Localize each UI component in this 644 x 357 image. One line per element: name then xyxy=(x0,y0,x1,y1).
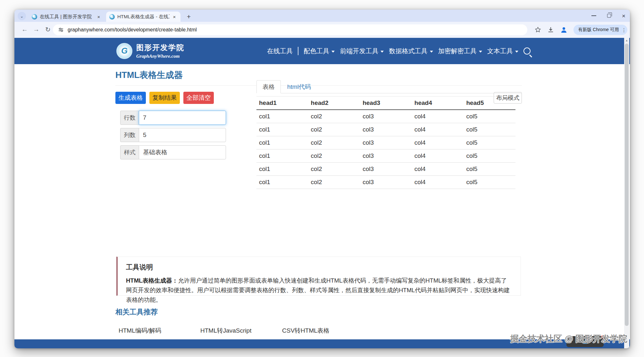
table-cell: col3 xyxy=(360,176,412,189)
table-cell: col5 xyxy=(464,163,515,176)
caret-down-icon xyxy=(331,51,335,53)
caret-down-icon xyxy=(515,51,518,53)
nav-item-color-tools[interactable]: 配色工具 xyxy=(304,47,335,55)
site-logo[interactable]: G 图形开发学院 GraphAnyWhere.com xyxy=(116,43,184,59)
table-cell: col4 xyxy=(412,123,464,136)
result-tabs: 表格 html代码 xyxy=(256,80,522,93)
cols-input[interactable] xyxy=(139,128,226,142)
nav-item-frontend-tools[interactable]: 前端开发工具 xyxy=(340,47,384,55)
related-link-html-to-js[interactable]: HTML转JavaScript xyxy=(200,327,251,335)
tab-close-icon[interactable]: × xyxy=(171,14,177,20)
clear-all-button[interactable]: 全部清空 xyxy=(183,92,214,104)
style-input[interactable] xyxy=(139,145,226,159)
table-cell: col3 xyxy=(360,163,412,176)
result-table: head1head2head3head4head5 col1col2col3co… xyxy=(256,96,515,189)
nav-item-label: 加密解密工具 xyxy=(438,47,477,55)
nav-item-text-tools[interactable]: 文本工具 xyxy=(487,47,518,55)
chrome-update-label: 有新版 Chrome 可用 xyxy=(578,27,619,33)
table-cell: col2 xyxy=(308,149,360,163)
menu-dots-icon[interactable]: ⋮ xyxy=(622,29,625,31)
chrome-update-button[interactable]: 有新版 Chrome 可用 ⋮ xyxy=(573,25,627,35)
forward-icon[interactable]: → xyxy=(33,26,39,33)
table-cell: col1 xyxy=(256,163,308,176)
table-body: col1col2col3col4col5col1col2col3col4col5… xyxy=(256,110,515,189)
close-button[interactable]: × xyxy=(622,13,625,19)
minimize-button[interactable] xyxy=(591,15,596,16)
nav-item-crypto-tools[interactable]: 加密解密工具 xyxy=(438,47,482,55)
table-cell: col5 xyxy=(464,149,515,163)
generate-table-button[interactable]: 生成表格 xyxy=(115,92,146,104)
site-info-icon[interactable] xyxy=(58,27,64,33)
logo-icon: G xyxy=(116,43,132,59)
table-cell: col1 xyxy=(256,123,308,136)
table-cell: col2 xyxy=(308,136,360,149)
table-cell: col2 xyxy=(308,163,360,176)
restore-button[interactable] xyxy=(607,14,611,18)
table-header-cell: head1 xyxy=(256,97,308,110)
back-icon[interactable]: ← xyxy=(21,26,28,33)
table-header-cell: head2 xyxy=(308,97,360,110)
rows-input-group: 行数 xyxy=(120,111,226,125)
table-cell: col4 xyxy=(412,163,464,176)
copy-result-button[interactable]: 复制结果 xyxy=(149,92,180,104)
table-cell: col5 xyxy=(464,123,515,136)
table-cell: col4 xyxy=(412,136,464,149)
tab-title: HTML表格生成器 - 在线工具 | xyxy=(117,14,170,20)
site-favicon: G xyxy=(109,14,115,20)
page-content: HTML表格生成器 生成表格 复制结果 全部清空 布局模式 行数 列数 样式 表… xyxy=(14,64,630,339)
address-bar[interactable]: graphanywhere.com/tools/development/crea… xyxy=(53,24,527,35)
url-text: graphanywhere.com/tools/development/crea… xyxy=(68,27,197,33)
page-title: HTML表格生成器 xyxy=(115,69,183,81)
rows-input[interactable] xyxy=(139,111,226,125)
table-cell: col1 xyxy=(256,149,308,163)
table-cell: col1 xyxy=(256,136,308,149)
browser-tab-table-generator[interactable]: G HTML表格生成器 - 在线工具 | × xyxy=(106,12,180,22)
tab-close-icon[interactable]: × xyxy=(96,14,102,20)
related-link-csv-to-table[interactable]: CSV转HTML表格 xyxy=(282,327,330,335)
table-row: col1col2col3col4col5 xyxy=(256,176,515,189)
watermark-text: 掘金技术社区 @ 图形开发学院 xyxy=(406,333,630,344)
scroll-up-icon[interactable]: ▲ xyxy=(624,38,629,43)
tool-description-box: 工具说明 HTML表格生成器：允许用户通过简单的图形界面或表单输入快速创建和生成… xyxy=(116,257,521,296)
table-cell: col1 xyxy=(256,176,308,189)
cols-input-group: 列数 xyxy=(120,128,226,142)
style-label: 样式 xyxy=(120,145,139,159)
nav-item-dataformat-tools[interactable]: 数据格式工具 xyxy=(389,47,433,55)
related-link-html-encode[interactable]: HTML编码/解码 xyxy=(119,327,161,335)
profile-icon[interactable] xyxy=(560,26,568,34)
page-scrollbar[interactable]: ▲ xyxy=(624,38,629,348)
nav-item-online-tools[interactable]: 在线工具 xyxy=(267,47,293,55)
toolbar-right: 有新版 Chrome 可用 ⋮ xyxy=(534,24,627,35)
table-cell: col5 xyxy=(464,110,515,123)
nav-divider xyxy=(298,47,298,55)
table-cell: col2 xyxy=(308,110,360,123)
table-cell: col5 xyxy=(464,176,515,189)
browser-toolbar: ← → ↻ graphanywhere.com/tools/developmen… xyxy=(14,22,630,38)
reload-icon[interactable]: ↻ xyxy=(45,26,51,33)
tab-html-code[interactable]: html代码 xyxy=(281,80,317,93)
table-row: col1col2col3col4col5 xyxy=(256,163,515,176)
new-tab-button[interactable]: + xyxy=(184,12,193,21)
table-cell: col4 xyxy=(412,110,464,123)
caret-down-icon xyxy=(430,51,433,53)
nav-item-label: 前端开发工具 xyxy=(340,47,378,55)
table-cell: col2 xyxy=(308,176,360,189)
scrollbar-thumb[interactable] xyxy=(625,44,629,326)
table-header-cell: head3 xyxy=(360,97,412,110)
window-controls: × xyxy=(591,10,625,22)
site-navbar: G 图形开发学院 GraphAnyWhere.com 在线工具 配色工具 前端开… xyxy=(14,38,630,64)
logo-subtitle: GraphAnyWhere.com xyxy=(136,54,184,59)
tab-table[interactable]: 表格 xyxy=(256,80,281,93)
table-row: col1col2col3col4col5 xyxy=(256,110,515,123)
bookmark-star-icon[interactable] xyxy=(534,26,541,33)
table-cell: col2 xyxy=(308,123,360,136)
download-icon[interactable] xyxy=(547,26,554,33)
nav-item-label: 文本工具 xyxy=(487,47,513,55)
table-row: col1col2col3col4col5 xyxy=(256,123,515,136)
search-icon[interactable] xyxy=(523,47,531,55)
browser-tab-online-tools[interactable]: G 在线工具 | 图形开发学院 × xyxy=(29,12,105,22)
related-tools-title: 相关工具推荐 xyxy=(115,307,158,317)
table-row: col1col2col3col4col5 xyxy=(256,136,515,149)
tab-search-button[interactable]: ⌄ xyxy=(18,12,26,20)
table-row: col1col2col3col4col5 xyxy=(256,149,515,163)
